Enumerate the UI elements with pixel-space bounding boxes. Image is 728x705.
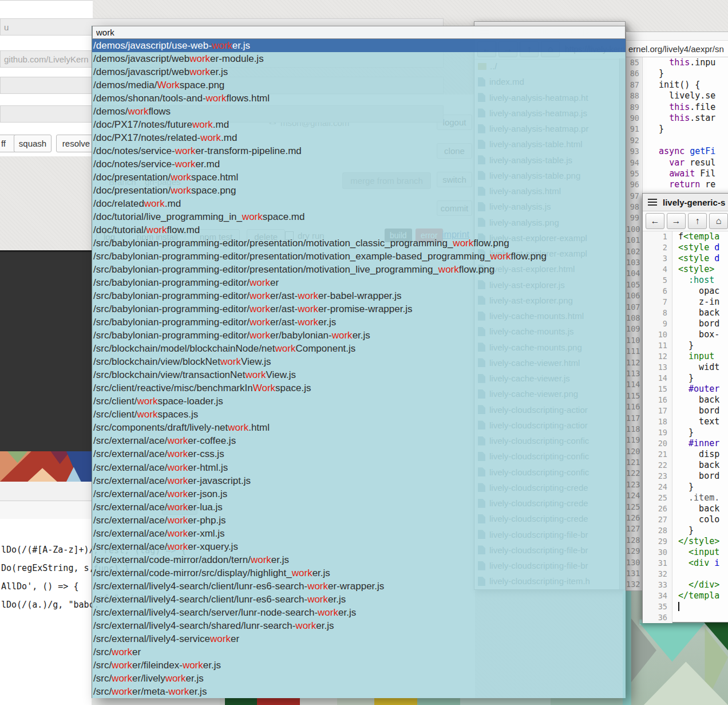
line-number: 90 [626, 113, 643, 124]
quick-open-item[interactable]: /doc/tutorial/workflow.md [92, 223, 626, 237]
line-number: 128 [626, 535, 643, 546]
code-line: lDo(/(a.)/g, "babc. [1, 600, 100, 610]
quick-open-item[interactable]: /src/client/workspaces.js [92, 408, 626, 421]
code-line: 8 back [643, 308, 728, 318]
quick-open-item[interactable]: /doc/tutorial/live_programming_in_worksp… [92, 210, 626, 223]
line-number: 119 [626, 435, 643, 446]
quick-open-item[interactable]: /src/external/ace/worker-lua.js [92, 501, 626, 514]
line-number: 4 [643, 264, 672, 275]
quick-open-item[interactable]: /demos/javascript/webworker.js [92, 65, 626, 78]
code-line: 10 box- [643, 329, 728, 340]
quick-open-item[interactable]: /src/external/lively4-search/server/lunr… [92, 606, 626, 619]
code-line: 19 } [643, 427, 728, 438]
line-number: 125 [626, 502, 643, 513]
quick-open-item[interactable]: /doc/presentation/workspace.png [92, 184, 626, 197]
code-line: 34</templa [643, 590, 728, 601]
code-line: 20 #inner [643, 438, 728, 449]
quick-open-item[interactable]: /src/babylonian-programming-editor/worke… [92, 302, 626, 316]
quick-open-item[interactable]: /demos/javascript/webworker-module.js [92, 52, 626, 65]
line-number: 22 [643, 460, 672, 471]
quick-open-item[interactable]: /src/components/draft/lively-network.htm… [92, 421, 626, 434]
quick-open-item[interactable]: /src/worker/fileindex-worker.js [92, 659, 626, 672]
code-browser-titlebar[interactable] [626, 32, 728, 40]
line-number: 6 [643, 286, 672, 297]
quick-open-item[interactable]: /src/external/ace/worker-php.js [92, 514, 626, 527]
quick-open-item[interactable]: /demos/media/Workspace.png [92, 78, 626, 92]
quick-open-item[interactable]: /src/external/ace/worker-xml.js [92, 527, 626, 540]
line-number: 129 [626, 546, 643, 557]
quick-open-item[interactable]: /src/babylonian-programming-editor/worke… [92, 276, 626, 289]
squash-button[interactable]: squash [14, 135, 52, 152]
quick-open-item[interactable]: /src/blockchain/model/blockchainNode/net… [92, 342, 626, 355]
menu-icon[interactable] [648, 199, 657, 200]
forward-button[interactable]: → [667, 213, 686, 229]
code-line: 23 bord [643, 471, 728, 482]
quick-open-item[interactable]: /doc/PX17/notes/related-work.md [92, 131, 626, 144]
up-button[interactable]: ↑ [688, 213, 707, 229]
quick-open-item[interactable]: /src/blockchain/view/transactionNetworkV… [92, 368, 626, 381]
quick-open-item[interactable]: /src/babylonian-programming-editor/worke… [92, 289, 626, 302]
code-line: 28 } [643, 525, 728, 536]
quick-open-item[interactable]: /src/babylonian-programming-editor/prese… [92, 250, 626, 263]
resolve-button[interactable]: resolve [56, 135, 96, 152]
quick-open-item[interactable]: /demos/javascript/use-web-worker.js [92, 39, 626, 52]
quick-open-item[interactable]: /src/external/ace/worker-coffee.js [92, 434, 626, 447]
quick-open-item[interactable]: /src/babylonian-programming-editor/prese… [92, 237, 626, 250]
code-line: 96 return re [626, 179, 728, 190]
quick-open-item[interactable]: /src/external/ace/worker-html.js [92, 461, 626, 474]
quick-open-item[interactable]: /doc/notes/service-worker.md [92, 157, 626, 171]
quick-open-item[interactable]: /src/babylonian-programming-editor/prese… [92, 263, 626, 276]
line-number: 110 [626, 335, 643, 346]
line-number: 102 [626, 246, 643, 257]
line-number: 113 [626, 368, 643, 379]
quick-open-item[interactable]: /src/external/lively4-serviceworker [92, 632, 626, 645]
quick-open-item[interactable]: /src/external/code-mirror/addon/tern/wor… [92, 553, 626, 566]
line-number: 86 [626, 68, 643, 79]
template-editor-titlebar[interactable]: lively-generic-s [643, 194, 728, 211]
code-line: 21 disp [643, 449, 728, 460]
line-number: 126 [626, 513, 643, 523]
quick-open-item[interactable]: /doc/presentation/workspace.html [92, 171, 626, 184]
line-number: 106 [626, 290, 643, 301]
quick-open-item[interactable]: /src/external/ace/worker-json.js [92, 487, 626, 501]
code-line: 36 [643, 612, 728, 623]
code-line: 88 lively.se [626, 90, 728, 101]
quick-open-search-input[interactable] [92, 26, 626, 39]
quick-open-item[interactable]: /src/blockchain/view/blockNetworkView.js [92, 355, 626, 368]
code-line: 16 back [643, 395, 728, 405]
code-line: 6 opac [643, 286, 728, 297]
line-number: 103 [626, 257, 643, 268]
code-line: 29</style> [643, 536, 728, 547]
line-number: 120 [626, 446, 643, 457]
quick-open-item[interactable]: /src/babylonian-programming-editor/worke… [92, 329, 626, 342]
quick-open-item[interactable]: /src/client/workspace-loader.js [92, 395, 626, 408]
quick-open-item[interactable]: /src/worker/livelyworker.js [92, 672, 626, 685]
line-number: 114 [626, 379, 643, 390]
quick-open-item[interactable]: /src/worker [92, 645, 626, 659]
quick-open-item[interactable]: /src/worker/meta-worker.js [92, 685, 626, 698]
quick-open-item[interactable]: /doc/relatedwork.md [92, 197, 626, 210]
quick-open-item[interactable]: /demos/shonan/tools-and-workflows.html [92, 92, 626, 105]
quick-open-item[interactable]: /src/client/reactive/misc/benchmarkInWor… [92, 381, 626, 395]
quick-open-item[interactable]: /demos/workflows [92, 105, 626, 118]
line-number: 108 [626, 313, 643, 324]
quick-open-item[interactable]: /doc/notes/service-worker-transform-pipe… [92, 144, 626, 157]
quick-open-item[interactable]: /src/external/lively4-search/client/lunr… [92, 580, 626, 593]
code-editor[interactable]: 1f<templa2<style d3<style d4<style>5 :ho… [643, 231, 728, 623]
quick-open-item[interactable]: /src/external/lively4-search/client/lunr… [92, 593, 626, 606]
line-number: 13 [643, 362, 672, 373]
back-button[interactable]: ← [646, 213, 664, 229]
url-input[interactable]: ernel.org/lively4/aexpr/sn [626, 40, 728, 57]
quick-open-item[interactable]: /src/external/code-mirror/src/display/hi… [92, 566, 626, 580]
workspace-code-panel[interactable]: lDo(/(#[A-Za-z]+)/ Do(regExString, s, Al… [0, 519, 92, 705]
quick-open-item[interactable]: /doc/PX17/notes/futurework.md [92, 118, 626, 131]
quick-open-item[interactable]: /src/external/ace/worker-css.js [92, 447, 626, 460]
quick-open-item[interactable]: /src/external/ace/worker-javascript.js [92, 474, 626, 487]
quick-open-item[interactable]: /src/babylonian-programming-editor/worke… [92, 316, 626, 329]
wallpaper-strip-left [0, 451, 92, 482]
quick-open-item[interactable]: /src/external/lively4-search/shared/lunr… [92, 619, 626, 632]
code-line: 33 </div> [643, 580, 728, 590]
home-button[interactable]: ⌂ [709, 213, 728, 229]
line-number: 101 [626, 235, 643, 246]
quick-open-item[interactable]: /src/external/ace/worker-xquery.js [92, 540, 626, 553]
